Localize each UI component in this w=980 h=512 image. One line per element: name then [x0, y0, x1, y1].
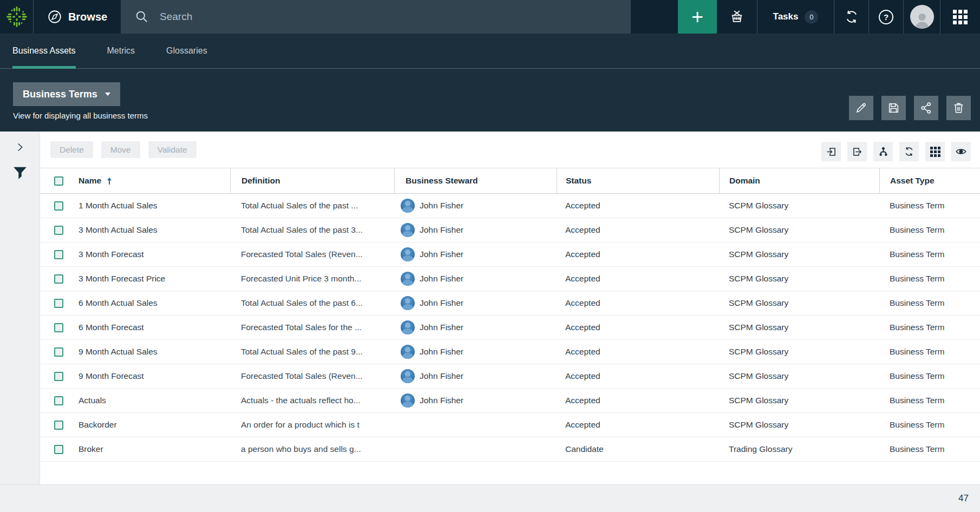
import-button[interactable] [821, 142, 841, 161]
apps-menu-button[interactable] [940, 0, 980, 34]
column-header-domain[interactable]: Domain [719, 168, 879, 194]
asset-definition: Forecasted Unit Price 3 month... [230, 274, 394, 284]
asset-domain[interactable]: SCPM Glossary [719, 250, 879, 259]
home-logo-button[interactable] [0, 0, 34, 34]
asset-name-link[interactable]: 3 Month Actual Sales [79, 225, 158, 235]
row-checkbox[interactable] [54, 347, 63, 357]
basket-button[interactable] [717, 0, 757, 34]
asset-domain[interactable]: Trading Glossary [719, 444, 879, 454]
asset-domain[interactable]: SCPM Glossary [719, 323, 879, 332]
steward-name[interactable]: John Fisher [420, 323, 463, 332]
user-menu-button[interactable] [903, 0, 940, 34]
asset-name-link[interactable]: 1 Month Actual Sales [79, 201, 158, 211]
asset-domain[interactable]: SCPM Glossary [719, 201, 879, 211]
asset-domain[interactable]: SCPM Glossary [719, 298, 879, 308]
delete-view-button[interactable] [946, 96, 971, 120]
asset-name-link[interactable]: Backorder [79, 420, 117, 430]
view-selector-dropdown[interactable]: Business Terms [13, 82, 120, 106]
tab-metrics[interactable]: Metrics [107, 34, 135, 69]
expand-panel-button[interactable] [14, 141, 26, 153]
asset-name-link[interactable]: 3 Month Forecast Price [79, 274, 165, 284]
filter-icon[interactable] [12, 165, 28, 181]
table-row[interactable]: Backorder An order for a product which i… [40, 413, 980, 437]
row-checkbox[interactable] [54, 372, 63, 381]
table-row[interactable]: 3 Month Forecast Forecasted Total Sales … [40, 242, 980, 267]
steward-name[interactable]: John Fisher [420, 396, 463, 405]
column-header-name[interactable]: Name [79, 176, 230, 186]
table-row[interactable]: 9 Month Forecast Forecasted Total Sales … [40, 364, 980, 389]
steward-name[interactable]: John Fisher [420, 298, 463, 308]
steward-name[interactable]: John Fisher [420, 250, 463, 259]
column-header-asset-type[interactable]: Asset Type [879, 168, 980, 194]
move-button[interactable]: Move [101, 141, 140, 158]
tasks-button[interactable]: Tasks 0 [757, 0, 834, 34]
asset-domain[interactable]: SCPM Glossary [719, 274, 879, 284]
export-button[interactable] [847, 142, 867, 161]
asset-domain[interactable]: SCPM Glossary [719, 225, 879, 235]
browse-button[interactable]: Browse [34, 0, 121, 34]
asset-definition: Forecasted Total Sales (Reven... [230, 250, 394, 259]
row-checkbox[interactable] [54, 323, 63, 332]
refresh-button[interactable] [899, 142, 919, 161]
table-row[interactable]: 3 Month Actual Sales Total Actual Sales … [40, 218, 980, 242]
row-checkbox[interactable] [54, 274, 63, 284]
view-title: Business Terms [23, 89, 97, 100]
steward-avatar [401, 369, 415, 383]
tab-glossaries[interactable]: Glossaries [166, 34, 207, 69]
asset-domain[interactable]: SCPM Glossary [719, 347, 879, 357]
table-row[interactable]: 6 Month Actual Sales Total Actual Sales … [40, 291, 980, 316]
steward-name[interactable]: John Fisher [420, 347, 463, 357]
column-header-steward[interactable]: Business Steward [394, 168, 557, 194]
select-all-checkbox[interactable] [54, 176, 63, 186]
create-asset-button[interactable]: + [678, 0, 717, 34]
asset-domain[interactable]: SCPM Glossary [719, 420, 879, 430]
search-input[interactable] [160, 11, 539, 23]
import-icon [826, 146, 837, 157]
steward-name[interactable]: John Fisher [420, 371, 463, 381]
asset-domain[interactable]: SCPM Glossary [719, 396, 879, 405]
table-row[interactable]: 9 Month Actual Sales Total Actual Sales … [40, 340, 980, 364]
asset-name-link[interactable]: Actuals [79, 396, 106, 405]
asset-name-link[interactable]: 9 Month Actual Sales [79, 347, 158, 357]
row-checkbox[interactable] [54, 226, 63, 235]
row-checkbox[interactable] [54, 421, 63, 430]
edit-view-button[interactable] [849, 96, 873, 120]
table-row[interactable]: Actuals Actuals - the actuals reflect ho… [40, 389, 980, 413]
row-checkbox[interactable] [54, 445, 63, 454]
steward-avatar [401, 272, 415, 286]
help-button[interactable]: ? [868, 0, 903, 34]
asset-name-link[interactable]: Broker [79, 444, 103, 454]
delete-button[interactable]: Delete [50, 141, 93, 158]
asset-status: Accepted [557, 274, 719, 284]
asset-name-link[interactable]: 3 Month Forecast [79, 250, 144, 259]
asset-name-link[interactable]: 6 Month Forecast [79, 323, 144, 332]
hierarchy-button[interactable] [873, 142, 893, 161]
column-header-definition[interactable]: Definition [230, 168, 394, 194]
column-label: Business Steward [406, 176, 478, 186]
asset-type: Business Term [879, 225, 980, 235]
save-view-button[interactable] [881, 96, 906, 120]
row-checkbox[interactable] [54, 299, 63, 308]
table-row[interactable]: Broker a person who buys and sells g... … [40, 437, 980, 462]
edit-icon [854, 101, 868, 115]
share-view-button[interactable] [914, 96, 938, 120]
column-header-status[interactable]: Status [557, 168, 719, 194]
steward-name[interactable]: John Fisher [420, 274, 463, 284]
bulk-action-toolbar: Delete Move Validate [40, 132, 980, 168]
row-checkbox[interactable] [54, 250, 63, 259]
table-row[interactable]: 1 Month Actual Sales Total Actual Sales … [40, 194, 980, 218]
sync-button[interactable] [834, 0, 868, 34]
asset-name-link[interactable]: 9 Month Forecast [79, 371, 144, 381]
table-row[interactable]: 6 Month Forecast Forecasted Total Sales … [40, 316, 980, 340]
asset-domain[interactable]: SCPM Glossary [719, 371, 879, 381]
table-row[interactable]: 3 Month Forecast Price Forecasted Unit P… [40, 267, 980, 291]
preview-button[interactable] [951, 142, 971, 161]
tab-business-assets[interactable]: Business Assets [12, 34, 76, 69]
row-checkbox[interactable] [54, 201, 63, 211]
row-checkbox[interactable] [54, 396, 63, 405]
steward-name[interactable]: John Fisher [420, 201, 463, 211]
validate-button[interactable]: Validate [148, 141, 197, 158]
steward-name[interactable]: John Fisher [420, 225, 463, 235]
asset-name-link[interactable]: 6 Month Actual Sales [79, 298, 158, 308]
columns-button[interactable] [925, 142, 945, 161]
